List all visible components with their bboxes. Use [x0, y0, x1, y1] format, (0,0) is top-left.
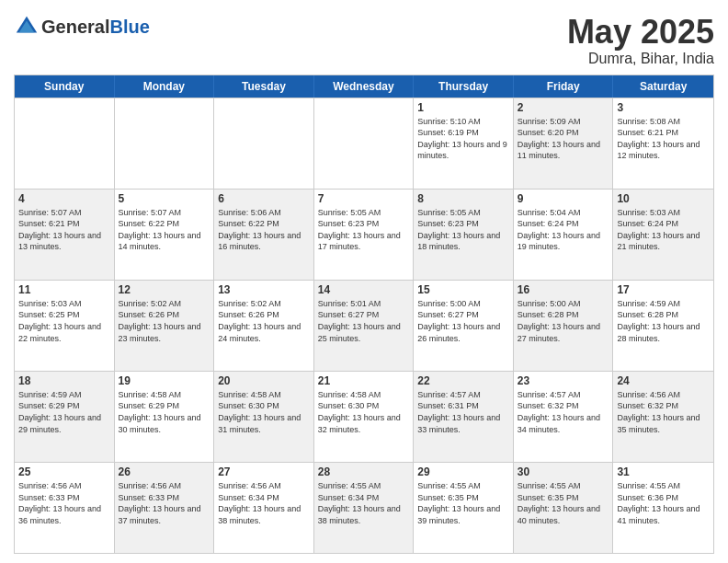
day-cell-23: 23Sunrise: 4:57 AM Sunset: 6:32 PM Dayli…	[514, 372, 614, 462]
day-number: 11	[18, 283, 110, 296]
empty-cell	[15, 98, 115, 189]
day-detail: Sunrise: 4:58 AM Sunset: 6:30 PM Dayligh…	[218, 389, 310, 435]
day-detail: Sunrise: 4:56 AM Sunset: 6:34 PM Dayligh…	[218, 480, 310, 526]
logo-text: GeneralBlue	[41, 17, 150, 38]
title-block: May 2025 Dumra, Bihar, India	[567, 14, 714, 67]
day-number: 13	[218, 283, 310, 296]
title-location: Dumra, Bihar, India	[567, 51, 714, 67]
day-cell-7: 7Sunrise: 5:05 AM Sunset: 6:23 PM Daylig…	[314, 190, 415, 280]
day-number: 26	[119, 465, 210, 478]
calendar-row-5: 25Sunrise: 4:56 AM Sunset: 6:33 PM Dayli…	[15, 462, 713, 553]
calendar-row-2: 4Sunrise: 5:07 AM Sunset: 6:21 PM Daylig…	[15, 189, 713, 280]
day-detail: Sunrise: 5:00 AM Sunset: 6:27 PM Dayligh…	[417, 298, 509, 344]
day-cell-6: 6Sunrise: 5:06 AM Sunset: 6:22 PM Daylig…	[214, 190, 314, 280]
day-number: 21	[318, 374, 410, 387]
day-number: 10	[617, 192, 710, 205]
day-number: 6	[218, 192, 310, 205]
day-number: 24	[617, 374, 710, 387]
day-detail: Sunrise: 5:05 AM Sunset: 6:23 PM Dayligh…	[417, 207, 509, 253]
calendar-row-1: 1Sunrise: 5:10 AM Sunset: 6:19 PM Daylig…	[15, 98, 713, 189]
day-number: 8	[417, 192, 509, 205]
day-number: 23	[518, 374, 609, 387]
day-number: 7	[318, 192, 410, 205]
day-detail: Sunrise: 4:56 AM Sunset: 6:33 PM Dayligh…	[18, 480, 110, 526]
day-cell-25: 25Sunrise: 4:56 AM Sunset: 6:33 PM Dayli…	[15, 463, 115, 553]
day-cell-30: 30Sunrise: 4:55 AM Sunset: 6:35 PM Dayli…	[514, 463, 614, 553]
day-cell-27: 27Sunrise: 4:56 AM Sunset: 6:34 PM Dayli…	[214, 463, 314, 553]
day-detail: Sunrise: 4:58 AM Sunset: 6:30 PM Dayligh…	[318, 389, 410, 435]
header-day-saturday: Saturday	[613, 75, 713, 98]
calendar-header: SundayMondayTuesdayWednesdayThursdayFrid…	[15, 75, 713, 98]
day-number: 30	[518, 465, 609, 478]
day-detail: Sunrise: 4:59 AM Sunset: 6:28 PM Dayligh…	[617, 298, 710, 344]
day-number: 31	[617, 465, 710, 478]
day-detail: Sunrise: 4:55 AM Sunset: 6:35 PM Dayligh…	[518, 480, 609, 526]
logo-icon	[14, 14, 40, 40]
day-number: 5	[119, 192, 210, 205]
day-cell-31: 31Sunrise: 4:55 AM Sunset: 6:36 PM Dayli…	[613, 463, 713, 553]
day-detail: Sunrise: 5:02 AM Sunset: 6:26 PM Dayligh…	[218, 298, 310, 344]
day-cell-17: 17Sunrise: 4:59 AM Sunset: 6:28 PM Dayli…	[613, 281, 713, 371]
day-detail: Sunrise: 5:09 AM Sunset: 6:20 PM Dayligh…	[518, 116, 609, 162]
day-cell-29: 29Sunrise: 4:55 AM Sunset: 6:35 PM Dayli…	[414, 463, 514, 553]
day-cell-4: 4Sunrise: 5:07 AM Sunset: 6:21 PM Daylig…	[15, 190, 115, 280]
day-cell-15: 15Sunrise: 5:00 AM Sunset: 6:27 PM Dayli…	[414, 281, 514, 371]
header-day-monday: Monday	[115, 75, 215, 98]
day-detail: Sunrise: 4:58 AM Sunset: 6:29 PM Dayligh…	[119, 389, 210, 435]
day-number: 28	[318, 465, 410, 478]
day-detail: Sunrise: 5:03 AM Sunset: 6:24 PM Dayligh…	[617, 207, 710, 253]
day-cell-5: 5Sunrise: 5:07 AM Sunset: 6:22 PM Daylig…	[115, 190, 215, 280]
day-cell-3: 3Sunrise: 5:08 AM Sunset: 6:21 PM Daylig…	[613, 98, 713, 189]
day-detail: Sunrise: 5:06 AM Sunset: 6:22 PM Dayligh…	[218, 207, 310, 253]
day-number: 16	[518, 283, 609, 296]
day-cell-10: 10Sunrise: 5:03 AM Sunset: 6:24 PM Dayli…	[613, 190, 713, 280]
day-detail: Sunrise: 5:04 AM Sunset: 6:24 PM Dayligh…	[518, 207, 609, 253]
logo-general: General	[41, 17, 109, 37]
day-detail: Sunrise: 4:56 AM Sunset: 6:33 PM Dayligh…	[119, 480, 210, 526]
day-cell-2: 2Sunrise: 5:09 AM Sunset: 6:20 PM Daylig…	[514, 98, 614, 189]
day-cell-8: 8Sunrise: 5:05 AM Sunset: 6:23 PM Daylig…	[414, 190, 514, 280]
day-cell-20: 20Sunrise: 4:58 AM Sunset: 6:30 PM Dayli…	[214, 372, 314, 462]
day-number: 27	[218, 465, 310, 478]
calendar-row-4: 18Sunrise: 4:59 AM Sunset: 6:29 PM Dayli…	[15, 371, 713, 462]
calendar-row-3: 11Sunrise: 5:03 AM Sunset: 6:25 PM Dayli…	[15, 280, 713, 371]
day-number: 1	[417, 101, 509, 114]
day-detail: Sunrise: 4:55 AM Sunset: 6:36 PM Dayligh…	[617, 480, 710, 526]
calendar: SundayMondayTuesdayWednesdayThursdayFrid…	[14, 75, 714, 554]
logo: GeneralBlue	[14, 14, 150, 40]
day-cell-19: 19Sunrise: 4:58 AM Sunset: 6:29 PM Dayli…	[115, 372, 215, 462]
header-day-thursday: Thursday	[414, 75, 514, 98]
day-number: 19	[119, 374, 210, 387]
day-detail: Sunrise: 5:10 AM Sunset: 6:19 PM Dayligh…	[417, 116, 509, 162]
day-detail: Sunrise: 5:03 AM Sunset: 6:25 PM Dayligh…	[18, 298, 110, 344]
day-number: 14	[318, 283, 410, 296]
empty-cell	[314, 98, 415, 189]
day-detail: Sunrise: 4:55 AM Sunset: 6:35 PM Dayligh…	[417, 480, 509, 526]
day-detail: Sunrise: 5:05 AM Sunset: 6:23 PM Dayligh…	[318, 207, 410, 253]
day-number: 29	[417, 465, 509, 478]
day-detail: Sunrise: 4:55 AM Sunset: 6:34 PM Dayligh…	[318, 480, 410, 526]
day-detail: Sunrise: 4:57 AM Sunset: 6:32 PM Dayligh…	[518, 389, 609, 435]
day-detail: Sunrise: 5:07 AM Sunset: 6:21 PM Dayligh…	[18, 207, 110, 253]
empty-cell	[115, 98, 215, 189]
day-number: 22	[417, 374, 509, 387]
day-cell-12: 12Sunrise: 5:02 AM Sunset: 6:26 PM Dayli…	[115, 281, 215, 371]
header-day-sunday: Sunday	[15, 75, 115, 98]
header: GeneralBlue May 2025 Dumra, Bihar, India	[14, 14, 714, 67]
day-number: 25	[18, 465, 110, 478]
header-day-tuesday: Tuesday	[214, 75, 314, 98]
day-cell-13: 13Sunrise: 5:02 AM Sunset: 6:26 PM Dayli…	[214, 281, 314, 371]
day-detail: Sunrise: 5:01 AM Sunset: 6:27 PM Dayligh…	[318, 298, 410, 344]
day-number: 20	[218, 374, 310, 387]
header-day-friday: Friday	[514, 75, 614, 98]
day-number: 2	[518, 101, 609, 114]
day-detail: Sunrise: 4:57 AM Sunset: 6:31 PM Dayligh…	[417, 389, 509, 435]
day-cell-22: 22Sunrise: 4:57 AM Sunset: 6:31 PM Dayli…	[414, 372, 514, 462]
logo-blue: Blue	[109, 17, 149, 37]
title-month: May 2025	[567, 14, 714, 51]
day-number: 12	[119, 283, 210, 296]
day-number: 17	[617, 283, 710, 296]
day-cell-18: 18Sunrise: 4:59 AM Sunset: 6:29 PM Dayli…	[15, 372, 115, 462]
calendar-body: 1Sunrise: 5:10 AM Sunset: 6:19 PM Daylig…	[15, 98, 713, 553]
day-detail: Sunrise: 4:56 AM Sunset: 6:32 PM Dayligh…	[617, 389, 710, 435]
